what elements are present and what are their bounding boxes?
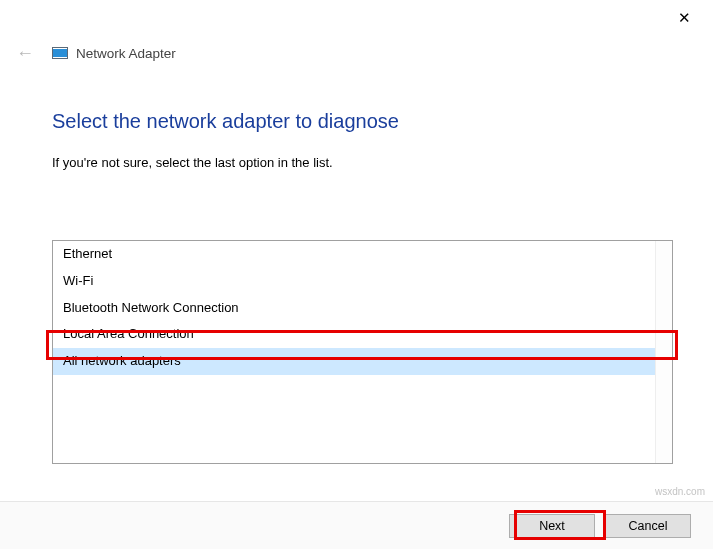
cancel-button[interactable]: Cancel [605, 514, 691, 538]
wizard-title-group: Network Adapter [52, 46, 176, 61]
scrollbar-gutter [655, 241, 672, 463]
window-title: Network Adapter [76, 46, 176, 61]
back-arrow-icon: ← [16, 44, 34, 62]
list-item[interactable]: Bluetooth Network Connection [53, 295, 672, 322]
footer-bar: Next Cancel [0, 501, 713, 549]
list-item[interactable]: Wi-Fi [53, 268, 672, 295]
next-button[interactable]: Next [509, 514, 595, 538]
list-item-selected[interactable]: All network adapters [53, 348, 672, 375]
list-item[interactable]: Local Area Connection [53, 321, 672, 348]
page-description: If you're not sure, select the last opti… [52, 155, 673, 170]
list-item[interactable]: Ethernet [53, 241, 672, 268]
network-adapter-icon [52, 47, 68, 59]
page-heading: Select the network adapter to diagnose [52, 110, 673, 133]
close-icon[interactable]: ✕ [678, 10, 691, 25]
watermark: wsxdn.com [655, 486, 705, 497]
adapter-listbox[interactable]: Ethernet Wi-Fi Bluetooth Network Connect… [52, 240, 673, 464]
